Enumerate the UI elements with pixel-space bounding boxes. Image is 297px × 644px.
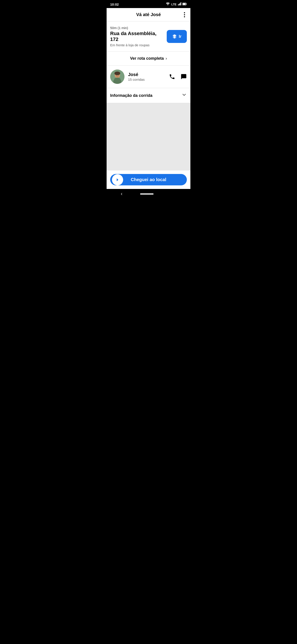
driver-rides: 15 corridas [128, 78, 165, 82]
phone-icon [169, 74, 175, 80]
dot3 [184, 16, 185, 17]
call-button[interactable] [169, 74, 175, 80]
chevron-right-icon: › [166, 56, 167, 61]
address-info: 50m (1 min) Rua da Assembléia, 172 Em fr… [110, 26, 163, 47]
go-button-label: Ir [179, 34, 181, 39]
message-button[interactable] [181, 74, 187, 80]
dot1 [184, 12, 185, 13]
view-route-button[interactable]: Ver rota completa › [107, 52, 190, 66]
header: Vá até José [107, 8, 190, 22]
arrived-button[interactable]: Cheguei ao local [110, 174, 187, 185]
driver-name: José [128, 72, 165, 77]
arrived-label: Cheguei ao local [116, 177, 181, 182]
ride-info-button[interactable]: Informação da corrida [107, 88, 190, 103]
message-icon [181, 74, 187, 80]
driver-section: José 15 corridas [107, 66, 190, 88]
svg-point-10 [114, 72, 120, 75]
address-section: 50m (1 min) Rua da Assembléia, 172 Em fr… [107, 22, 190, 52]
wifi-icon [166, 2, 170, 6]
bottom-section: Cheguei ao local [107, 170, 190, 189]
status-icons: LTE [166, 2, 187, 6]
route-label: Ver rota completa [130, 56, 164, 61]
svg-rect-4 [181, 2, 181, 5]
svg-rect-7 [183, 3, 186, 5]
svg-point-14 [118, 75, 119, 75]
svg-point-13 [116, 75, 117, 75]
chevron-down-icon [181, 92, 187, 99]
svg-rect-2 [179, 4, 179, 5]
svg-rect-3 [180, 3, 180, 5]
street-label: Rua da Assembléia, 172 [110, 31, 163, 42]
app-content: Vá até José 50m (1 min) Rua da Assembléi… [107, 8, 190, 189]
home-indicator [140, 194, 154, 194]
dot2 [184, 14, 185, 15]
lte-label: LTE [171, 3, 177, 6]
nav-bar: ‹ [107, 189, 190, 199]
more-options-button[interactable] [182, 10, 187, 19]
page-title: Vá até José [136, 12, 161, 17]
navigation-icon [172, 34, 177, 39]
svg-point-0 [168, 5, 168, 5]
status-time: 10:02 [110, 2, 119, 6]
svg-rect-1 [178, 4, 179, 5]
arrived-icon [112, 174, 123, 185]
avatar [110, 70, 124, 84]
driver-actions [169, 74, 187, 80]
ride-info-label: Informação da corrida [110, 93, 152, 98]
signal-icon [178, 2, 181, 6]
svg-point-12 [114, 78, 120, 81]
status-bar: 10:02 LTE [107, 0, 190, 8]
go-button[interactable]: Ir [167, 30, 187, 43]
address-hint: Em frente à loja de roupas [110, 43, 163, 47]
back-button[interactable]: ‹ [121, 191, 122, 197]
driver-info: José 15 corridas [128, 72, 165, 82]
svg-rect-6 [186, 4, 187, 4]
map-view [107, 103, 190, 170]
distance-label: 50m (1 min) [110, 26, 163, 30]
battery-icon [182, 2, 187, 6]
arrow-right-icon [115, 177, 120, 182]
